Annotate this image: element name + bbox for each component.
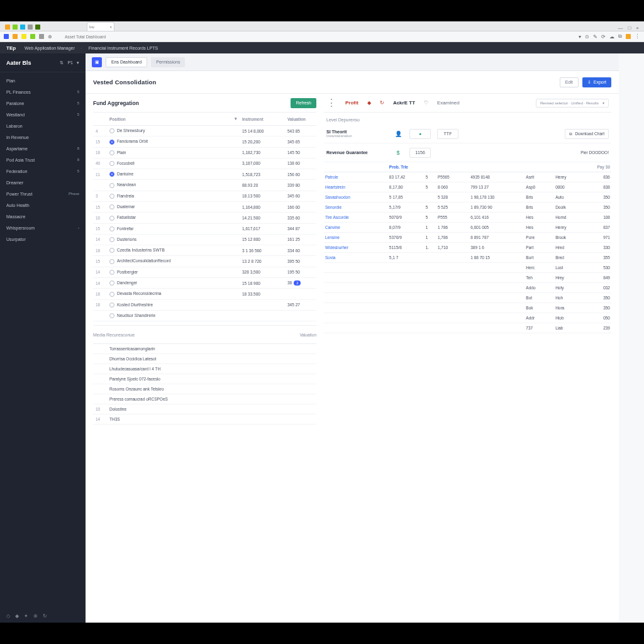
breadcrumb[interactable]: Financial Instrument Records LPTS bbox=[89, 46, 158, 50]
tool-icon[interactable]: ◆ bbox=[15, 613, 20, 619]
tab-icon[interactable]: ♡ bbox=[424, 100, 428, 106]
row-name[interactable] bbox=[324, 273, 388, 283]
tab-dashboard[interactable]: Ens Dashboard bbox=[106, 57, 147, 67]
tab-ackrett[interactable]: AckrE TT bbox=[393, 100, 415, 106]
table-row[interactable]: Paratyne Sjoelc 072-faceslo bbox=[93, 374, 316, 384]
sidebar-item[interactable]: Labaron bbox=[0, 120, 86, 131]
radio-icon[interactable] bbox=[109, 226, 114, 231]
table-row[interactable]: Addo Hoty 032 bbox=[324, 283, 611, 293]
pinned-tab[interactable] bbox=[35, 25, 40, 30]
bookmark-icon[interactable] bbox=[4, 34, 9, 39]
row-name[interactable]: Canvine bbox=[324, 223, 388, 233]
radio-icon[interactable] bbox=[109, 128, 114, 133]
tool-icon[interactable]: ⊕ bbox=[33, 613, 39, 619]
row-name[interactable] bbox=[324, 323, 388, 333]
active-browser-tab[interactable]: Inv × bbox=[87, 22, 114, 31]
sidebar-item[interactable]: Power ThrustPhase bbox=[0, 188, 86, 199]
column-header[interactable]: Valuation bbox=[285, 113, 316, 126]
radio-icon[interactable] bbox=[109, 216, 114, 221]
sidebar-item[interactable]: Whispersroom› bbox=[0, 222, 86, 233]
extension-icon[interactable]: ⊙ bbox=[585, 34, 589, 40]
sidebar-item[interactable]: Pod Asia Trust8 bbox=[0, 154, 86, 165]
row-name[interactable]: Senordie bbox=[324, 203, 388, 213]
sidebar-item[interactable]: Aspartame8 bbox=[0, 143, 86, 154]
filter-icon[interactable]: ⇅ bbox=[60, 60, 64, 65]
extension-icon[interactable]: ▾ bbox=[579, 34, 581, 40]
column-header[interactable] bbox=[469, 162, 525, 172]
table-row[interactable]: 14TH3S bbox=[93, 414, 316, 425]
bookmark-icon[interactable] bbox=[30, 34, 35, 39]
radio-icon[interactable] bbox=[109, 303, 114, 308]
radio-icon[interactable] bbox=[109, 313, 114, 318]
table-row[interactable]: Lhutudecasuasa/card l 4 TH bbox=[93, 364, 316, 374]
sidebar-item[interactable]: PL Finances5 bbox=[0, 86, 86, 97]
radio-icon[interactable] bbox=[109, 194, 114, 199]
table-row[interactable]: 14 Dusterions 15 12 800 161 25 bbox=[93, 234, 316, 245]
table-row[interactable]: Neandean 88.93 20 339 80 bbox=[93, 180, 316, 191]
table-row[interactable]: Sovia 5,1 7 1 88 70 15 Bort Bred 355 bbox=[324, 253, 611, 263]
new-tab-icon[interactable]: ⊕ bbox=[48, 34, 52, 40]
chevron-down-icon[interactable]: ▾ bbox=[77, 60, 79, 65]
sidebar-item[interactable]: In Revenue bbox=[0, 131, 86, 143]
sidebar-item[interactable]: Auto Health bbox=[0, 199, 86, 211]
radio-icon[interactable] bbox=[109, 161, 114, 166]
table-row[interactable]: 4 De Shrewsbury 15 14 8,000 543 85 bbox=[93, 126, 316, 136]
table-row[interactable]: 15 Fontrefar 1,617,617 344 87 bbox=[93, 223, 316, 234]
radio-icon[interactable] bbox=[109, 280, 114, 286]
radio-icon[interactable] bbox=[109, 172, 114, 177]
export-button[interactable]: ⇩ Export bbox=[582, 77, 611, 87]
dashboard-icon[interactable]: ▣ bbox=[92, 57, 102, 67]
extension-icon[interactable] bbox=[626, 34, 631, 39]
table-row[interactable]: 10 Fatselistar 14.21.500 335 60 bbox=[93, 213, 316, 223]
table-row[interactable]: Neudisor Shandirerie bbox=[93, 310, 316, 321]
tool-icon[interactable]: ◇ bbox=[6, 613, 11, 619]
table-row[interactable]: 737 Liab 239 bbox=[324, 323, 611, 333]
edit-button[interactable]: Edit bbox=[560, 77, 579, 87]
radio-icon[interactable] bbox=[109, 292, 114, 297]
column-header[interactable] bbox=[93, 113, 107, 126]
table-row[interactable]: 3 Fiandreia 18.13 500 345 60 bbox=[93, 191, 316, 201]
bookmark-icon[interactable] bbox=[21, 34, 26, 39]
bookmark-icon[interactable] bbox=[39, 34, 44, 39]
row-name[interactable] bbox=[324, 313, 388, 323]
column-header[interactable]: Pay 30 bbox=[587, 162, 611, 172]
close-window-icon[interactable]: × bbox=[636, 25, 639, 31]
row-name[interactable]: Heartstrein bbox=[324, 182, 388, 192]
close-icon[interactable]: × bbox=[109, 25, 112, 29]
column-header[interactable]: Position bbox=[107, 113, 232, 126]
table-row[interactable]: 18 Kosted Diurtheshire 345 27 bbox=[93, 299, 316, 310]
radio-icon[interactable] bbox=[109, 259, 114, 264]
table-row[interactable]: 18 Plain 1,182,730 145 50 bbox=[93, 147, 316, 158]
pinned-tab[interactable] bbox=[13, 25, 18, 30]
tool-icon[interactable]: ✦ bbox=[24, 613, 30, 619]
table-row[interactable]: 18 Devasta Reconsidecrina 18 33.500 bbox=[93, 289, 316, 299]
tab-examined[interactable]: Examined bbox=[437, 100, 460, 106]
breadcrumb[interactable]: Web Application Manager bbox=[25, 46, 75, 50]
result-selector[interactable]: Revised selector · Unified · Results ▾ bbox=[536, 99, 609, 108]
table-row[interactable]: Addr Hiob 050 bbox=[324, 313, 611, 323]
extension-icon[interactable]: ⧉ bbox=[618, 33, 622, 40]
tab-icon[interactable]: ◆ bbox=[367, 100, 371, 106]
sidebar-item[interactable]: Federation5 bbox=[0, 165, 86, 177]
row-name[interactable] bbox=[324, 283, 388, 293]
table-row[interactable]: Canvine 8,07/9 1 1 786 6,001 005 Hes Hen… bbox=[324, 223, 611, 233]
row-name[interactable] bbox=[324, 293, 388, 303]
row-name[interactable]: Patrole bbox=[324, 172, 388, 182]
table-row[interactable]: 40 Focusbell 3,187,000 138 60 bbox=[93, 158, 316, 169]
extension-icon[interactable]: ✎ bbox=[593, 34, 597, 40]
sidebar-item[interactable]: Usurpator bbox=[0, 233, 86, 245]
maximize-icon[interactable]: □ bbox=[628, 25, 631, 31]
refresh-button[interactable]: Refresh bbox=[291, 98, 316, 108]
table-row[interactable]: 15 Fandorama Orbit 15 20,200 345 65 bbox=[93, 136, 316, 147]
row-name[interactable]: Widesburher bbox=[324, 243, 388, 253]
minimize-icon[interactable]: — bbox=[618, 25, 623, 31]
table-row[interactable]: Bok Hora 350 bbox=[324, 303, 611, 313]
radio-icon[interactable] bbox=[109, 183, 114, 188]
table-row[interactable]: Widesburher 5115/8 1. 1,710 389 1 6 Part… bbox=[324, 243, 611, 253]
table-row[interactable]: Herc Lost 530 bbox=[324, 263, 611, 273]
column-header[interactable]: Prob. Trle bbox=[388, 162, 425, 172]
table-row[interactable]: Lensine 5370/9 1 1,786 8 891 787 Pore Br… bbox=[324, 233, 611, 243]
radio-icon[interactable] bbox=[109, 237, 114, 242]
table-row[interactable]: Senordie 5,17/9 5 5 525 1 89,730 90 Bris… bbox=[324, 203, 611, 213]
sidebar-item[interactable]: Paratone5 bbox=[0, 97, 86, 109]
